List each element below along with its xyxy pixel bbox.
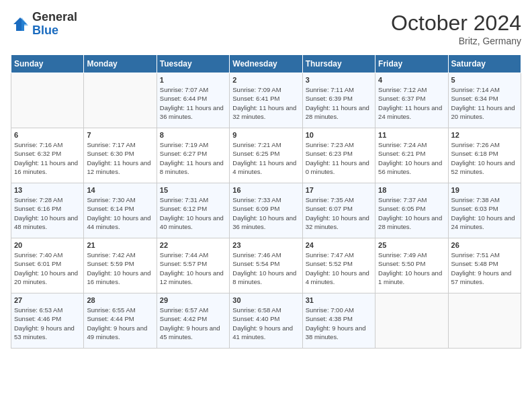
day-number: 1: [160, 76, 226, 84]
day-content: Sunrise: 7:51 AM Sunset: 5:48 PM Dayligh…: [451, 250, 518, 286]
logo-icon: [11, 15, 30, 34]
day-content: Sunrise: 7:28 AM Sunset: 6:16 PM Dayligh…: [14, 195, 81, 231]
day-content: Sunrise: 7:46 AM Sunset: 5:54 PM Dayligh…: [232, 250, 299, 286]
day-content: Sunrise: 7:23 AM Sunset: 6:23 PM Dayligh…: [306, 140, 372, 176]
weekday-header-thursday: Thursday: [302, 55, 375, 73]
day-number: 9: [232, 131, 299, 139]
calendar-cell: 22Sunrise: 7:44 AM Sunset: 5:57 PM Dayli…: [157, 238, 229, 293]
day-content: Sunrise: 7:11 AM Sunset: 6:39 PM Dayligh…: [306, 85, 372, 121]
calendar-cell: 8Sunrise: 7:19 AM Sunset: 6:27 PM Daylig…: [157, 128, 229, 183]
day-content: Sunrise: 7:26 AM Sunset: 6:18 PM Dayligh…: [451, 140, 518, 176]
calendar-cell: [375, 293, 448, 349]
day-number: 6: [14, 131, 81, 139]
day-number: 21: [87, 241, 153, 249]
calendar-cell: [84, 73, 157, 128]
calendar-cell: 13Sunrise: 7:28 AM Sunset: 6:16 PM Dayli…: [11, 183, 84, 238]
calendar-week-3: 13Sunrise: 7:28 AM Sunset: 6:16 PM Dayli…: [11, 183, 521, 238]
weekday-header-sunday: Sunday: [11, 55, 84, 73]
day-number: 29: [160, 296, 226, 304]
day-number: 24: [306, 241, 372, 249]
day-content: Sunrise: 7:30 AM Sunset: 6:14 PM Dayligh…: [87, 195, 153, 231]
title-block: October 2024 Britz, Germany: [391, 11, 521, 46]
day-content: Sunrise: 7:17 AM Sunset: 6:30 PM Dayligh…: [87, 140, 153, 176]
day-content: Sunrise: 7:19 AM Sunset: 6:27 PM Dayligh…: [160, 140, 226, 176]
day-number: 31: [306, 296, 372, 304]
day-content: Sunrise: 7:44 AM Sunset: 5:57 PM Dayligh…: [160, 250, 226, 286]
calendar-cell: 12Sunrise: 7:26 AM Sunset: 6:18 PM Dayli…: [448, 128, 521, 183]
day-number: 30: [232, 296, 299, 304]
day-number: 13: [14, 186, 81, 194]
day-content: Sunrise: 7:21 AM Sunset: 6:25 PM Dayligh…: [232, 140, 299, 176]
day-content: Sunrise: 6:58 AM Sunset: 4:40 PM Dayligh…: [232, 306, 299, 341]
day-number: 4: [378, 76, 445, 84]
weekday-header-tuesday: Tuesday: [157, 55, 229, 73]
day-number: 27: [14, 296, 81, 304]
calendar-cell: 28Sunrise: 6:55 AM Sunset: 4:44 PM Dayli…: [84, 293, 157, 349]
calendar-cell: 23Sunrise: 7:46 AM Sunset: 5:54 PM Dayli…: [230, 238, 302, 293]
weekday-header-monday: Monday: [84, 55, 157, 73]
calendar-cell: 15Sunrise: 7:31 AM Sunset: 6:12 PM Dayli…: [157, 183, 229, 238]
calendar-cell: 6Sunrise: 7:16 AM Sunset: 6:32 PM Daylig…: [11, 128, 84, 183]
day-number: 14: [87, 186, 153, 194]
day-number: 25: [378, 241, 445, 249]
day-content: Sunrise: 6:57 AM Sunset: 4:42 PM Dayligh…: [160, 306, 226, 341]
calendar-cell: 14Sunrise: 7:30 AM Sunset: 6:14 PM Dayli…: [84, 183, 157, 238]
calendar-cell: 10Sunrise: 7:23 AM Sunset: 6:23 PM Dayli…: [302, 128, 375, 183]
calendar-week-4: 20Sunrise: 7:40 AM Sunset: 6:01 PM Dayli…: [11, 238, 521, 293]
calendar-cell: 31Sunrise: 7:00 AM Sunset: 4:38 PM Dayli…: [302, 293, 375, 349]
calendar-cell: 30Sunrise: 6:58 AM Sunset: 4:40 PM Dayli…: [230, 293, 302, 349]
day-number: 7: [87, 131, 153, 139]
calendar-cell: 25Sunrise: 7:49 AM Sunset: 5:50 PM Dayli…: [375, 238, 448, 293]
weekday-header-saturday: Saturday: [448, 55, 521, 73]
day-content: Sunrise: 7:49 AM Sunset: 5:50 PM Dayligh…: [378, 250, 445, 286]
day-content: Sunrise: 7:38 AM Sunset: 6:03 PM Dayligh…: [451, 195, 518, 231]
day-content: Sunrise: 7:07 AM Sunset: 6:44 PM Dayligh…: [160, 85, 226, 121]
calendar-cell: 20Sunrise: 7:40 AM Sunset: 6:01 PM Dayli…: [11, 238, 84, 293]
day-content: Sunrise: 7:16 AM Sunset: 6:32 PM Dayligh…: [14, 140, 81, 176]
day-number: 20: [14, 241, 81, 249]
day-number: 22: [160, 241, 226, 249]
day-number: 10: [306, 131, 372, 139]
calendar-cell: 29Sunrise: 6:57 AM Sunset: 4:42 PM Dayli…: [157, 293, 229, 349]
calendar-cell: 2Sunrise: 7:09 AM Sunset: 6:41 PM Daylig…: [230, 73, 302, 128]
calendar-cell: 18Sunrise: 7:37 AM Sunset: 6:05 PM Dayli…: [375, 183, 448, 238]
page-header: General Blue October 2024 Britz, Germany: [11, 11, 521, 46]
calendar-cell: 4Sunrise: 7:12 AM Sunset: 6:37 PM Daylig…: [375, 73, 448, 128]
calendar-cell: 1Sunrise: 7:07 AM Sunset: 6:44 PM Daylig…: [157, 73, 229, 128]
day-number: 17: [306, 186, 372, 194]
day-number: 16: [232, 186, 299, 194]
day-number: 3: [306, 76, 372, 84]
calendar-cell: 17Sunrise: 7:35 AM Sunset: 6:07 PM Dayli…: [302, 183, 375, 238]
calendar-table: SundayMondayTuesdayWednesdayThursdayFrid…: [11, 54, 521, 349]
day-content: Sunrise: 7:24 AM Sunset: 6:21 PM Dayligh…: [378, 140, 445, 176]
calendar-week-1: 1Sunrise: 7:07 AM Sunset: 6:44 PM Daylig…: [11, 73, 521, 128]
location-subtitle: Britz, Germany: [391, 36, 521, 46]
day-number: 15: [160, 186, 226, 194]
calendar-cell: [448, 293, 521, 349]
calendar-cell: 5Sunrise: 7:14 AM Sunset: 6:34 PM Daylig…: [448, 73, 521, 128]
day-content: Sunrise: 7:47 AM Sunset: 5:52 PM Dayligh…: [306, 250, 372, 286]
day-content: Sunrise: 7:09 AM Sunset: 6:41 PM Dayligh…: [232, 85, 299, 121]
calendar-body: 1Sunrise: 7:07 AM Sunset: 6:44 PM Daylig…: [11, 73, 521, 349]
day-content: Sunrise: 7:42 AM Sunset: 5:59 PM Dayligh…: [87, 250, 153, 286]
calendar-cell: 11Sunrise: 7:24 AM Sunset: 6:21 PM Dayli…: [375, 128, 448, 183]
day-content: Sunrise: 7:40 AM Sunset: 6:01 PM Dayligh…: [14, 250, 81, 286]
calendar-week-5: 27Sunrise: 6:53 AM Sunset: 4:46 PM Dayli…: [11, 293, 521, 349]
day-number: 2: [232, 76, 299, 84]
calendar-cell: 27Sunrise: 6:53 AM Sunset: 4:46 PM Dayli…: [11, 293, 84, 349]
day-content: Sunrise: 7:35 AM Sunset: 6:07 PM Dayligh…: [306, 195, 372, 231]
calendar-cell: 3Sunrise: 7:11 AM Sunset: 6:39 PM Daylig…: [302, 73, 375, 128]
month-title: October 2024: [391, 11, 521, 36]
day-content: Sunrise: 7:37 AM Sunset: 6:05 PM Dayligh…: [378, 195, 445, 231]
day-content: Sunrise: 7:12 AM Sunset: 6:37 PM Dayligh…: [378, 85, 445, 121]
weekday-header-wednesday: Wednesday: [230, 55, 302, 73]
day-number: 11: [378, 131, 445, 139]
calendar-header: SundayMondayTuesdayWednesdayThursdayFrid…: [11, 55, 521, 73]
logo: General Blue: [11, 11, 77, 38]
day-number: 12: [451, 131, 518, 139]
day-content: Sunrise: 7:31 AM Sunset: 6:12 PM Dayligh…: [160, 195, 226, 231]
day-content: Sunrise: 7:14 AM Sunset: 6:34 PM Dayligh…: [451, 85, 518, 121]
day-number: 26: [451, 241, 518, 249]
calendar-cell: 19Sunrise: 7:38 AM Sunset: 6:03 PM Dayli…: [448, 183, 521, 238]
day-number: 8: [160, 131, 226, 139]
